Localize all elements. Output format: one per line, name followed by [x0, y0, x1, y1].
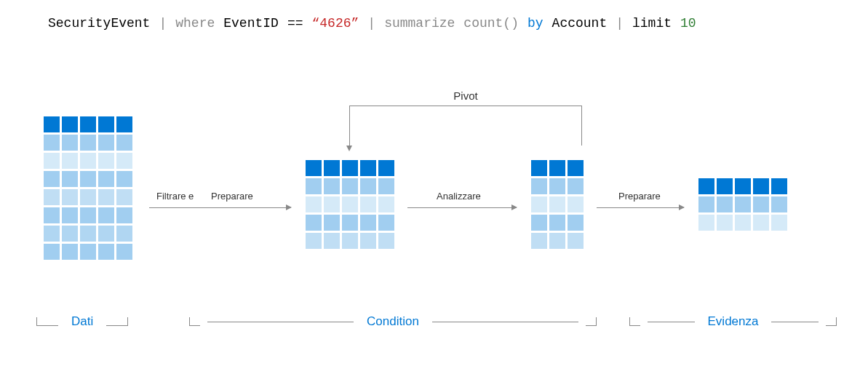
grid-cell — [98, 153, 114, 169]
grid-cell — [116, 207, 132, 223]
grid-cell — [698, 215, 714, 231]
grid-cell — [98, 226, 114, 242]
section-evidenza: Evidenza — [629, 314, 837, 329]
data-grid-source — [44, 116, 132, 260]
query-table: SecurityEvent — [44, 16, 154, 31]
grid-cell — [116, 153, 132, 169]
grid-cell — [116, 244, 132, 260]
grid-cell — [98, 116, 114, 132]
grid-cell — [342, 233, 358, 249]
grid-cell — [44, 171, 60, 187]
grid-cell — [568, 178, 584, 194]
grid-cell — [549, 215, 565, 231]
grid-cell — [378, 233, 394, 249]
section-label-evidenza: Evidenza — [702, 314, 765, 329]
grid-cell — [62, 226, 78, 242]
grid-cell — [80, 189, 96, 205]
grid-cell — [44, 116, 60, 132]
grid-cell — [568, 233, 584, 249]
grid-cell — [549, 160, 565, 176]
grid-cell — [531, 215, 547, 231]
grid-cell — [62, 244, 78, 260]
grid-cell — [568, 160, 584, 176]
flow-diagram: Pivot Filtrare e Preparare Analizzare Pr… — [36, 109, 846, 357]
grid-cell — [717, 196, 733, 212]
arrow-prepare — [597, 207, 684, 208]
arrow-filter — [149, 207, 291, 208]
grid-cell — [549, 178, 565, 194]
grid-cell — [62, 171, 78, 187]
grid-cell — [717, 215, 733, 231]
query-pipe: | — [611, 16, 628, 31]
grid-cell — [753, 215, 769, 231]
grid-cell — [116, 135, 132, 151]
grid-cell — [342, 215, 358, 231]
grid-cell — [531, 178, 547, 194]
grid-cell — [735, 196, 751, 212]
grid-cell — [80, 171, 96, 187]
grid-cell — [306, 160, 322, 176]
arrow-label-preparare2: Preparare — [618, 191, 661, 202]
data-grid-summarized — [531, 160, 584, 249]
grid-cell — [324, 178, 340, 194]
grid-cell — [378, 215, 394, 231]
query-by: by — [523, 16, 548, 31]
grid-cell — [531, 196, 547, 212]
grid-cell — [378, 196, 394, 212]
grid-cell — [753, 196, 769, 212]
grid-cell — [698, 196, 714, 212]
grid-cell — [98, 171, 114, 187]
arrow-analyze — [407, 207, 517, 208]
grid-cell — [549, 233, 565, 249]
query-bycol: Account — [548, 16, 612, 31]
grid-cell — [378, 178, 394, 194]
grid-cell — [62, 116, 78, 132]
data-grid-filtered — [306, 160, 394, 249]
grid-cell — [771, 196, 787, 212]
grid-cell — [116, 226, 132, 242]
grid-cell — [80, 135, 96, 151]
grid-cell — [342, 160, 358, 176]
grid-cell — [360, 160, 376, 176]
grid-cell — [735, 178, 751, 194]
grid-cell — [98, 135, 114, 151]
grid-cell — [771, 178, 787, 194]
grid-cell — [324, 196, 340, 212]
pivot-bracket: Pivot — [349, 106, 582, 146]
grid-cell — [80, 244, 96, 260]
grid-cell — [62, 207, 78, 223]
grid-cell — [531, 160, 547, 176]
grid-cell — [306, 196, 322, 212]
grid-cell — [44, 244, 60, 260]
grid-cell — [98, 207, 114, 223]
arrow-label-analizzare: Analizzare — [437, 191, 481, 202]
query-where: where — [171, 16, 219, 31]
query-pipe: | — [363, 16, 380, 31]
grid-cell — [98, 244, 114, 260]
query-pipe: | — [154, 16, 171, 31]
grid-cell — [360, 233, 376, 249]
grid-cell — [80, 153, 96, 169]
grid-cell — [378, 160, 394, 176]
section-label-condition: Condition — [361, 314, 425, 329]
grid-cell — [80, 116, 96, 132]
grid-cell — [116, 171, 132, 187]
section-condition: Condition — [189, 314, 597, 329]
grid-cell — [342, 196, 358, 212]
query-count: count() — [459, 16, 523, 31]
grid-cell — [717, 178, 733, 194]
grid-cell — [62, 135, 78, 151]
arrow-label-filtrare: Filtrare e — [156, 191, 194, 202]
grid-cell — [80, 226, 96, 242]
grid-cell — [44, 153, 60, 169]
grid-cell — [324, 160, 340, 176]
grid-cell — [771, 215, 787, 231]
section-label-dati: Dati — [65, 314, 99, 329]
grid-cell — [549, 196, 565, 212]
query-summarize: summarize — [380, 16, 459, 31]
grid-cell — [360, 178, 376, 194]
grid-cell — [80, 207, 96, 223]
query-limit-n: 10 — [676, 16, 701, 31]
data-grid-evidence — [698, 178, 787, 231]
grid-cell — [116, 189, 132, 205]
